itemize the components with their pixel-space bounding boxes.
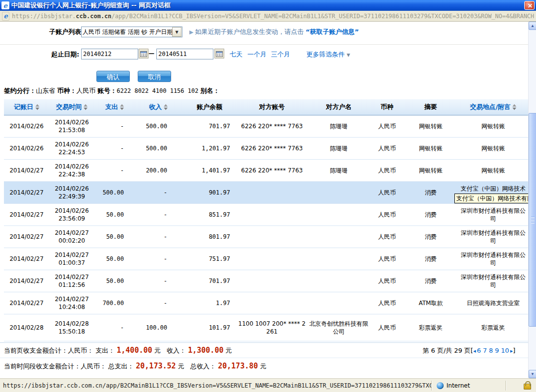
date-from-input[interactable]: [81, 49, 138, 59]
chevron-down-icon[interactable]: ▼: [172, 27, 181, 37]
cell-counterparty-name: 陈珊珊: [307, 138, 371, 160]
cell-currency: 人民币: [371, 160, 403, 182]
header-location-remark[interactable]: 交易地点/附言: [458, 99, 528, 115]
branch-value: 山东省: [36, 87, 55, 94]
cell-transaction-time: 2014/02/2710:24:08: [49, 292, 94, 314]
page-link-8[interactable]: 8: [489, 347, 493, 354]
cell-counterparty-name: [307, 248, 371, 270]
url-bar: e https://ibsbjstar.ccb.com.cn/app/B2CMa…: [0, 11, 536, 22]
cell-posting-date: 2014/02/28: [4, 314, 49, 341]
account-number-value: 6222 8022 4100 1156 102: [117, 87, 198, 94]
refresh-subaccount-link[interactable]: “获取子账户信息”: [306, 28, 359, 35]
cell-location-remark: 网银转账: [458, 138, 528, 160]
cell-outflow: 50.00: [94, 270, 135, 292]
period-summary-text: 当前时间段收支金额合计：人民币： 总支出： 20,173.52 元 总收入： 2…: [4, 362, 267, 371]
status-bar: https://ibsbjstar.ccb.com.cn/app/B2CMain…: [0, 378, 536, 392]
cell-inflow: -: [135, 248, 182, 270]
url-prefix: https://ibsbjstar.: [12, 13, 76, 20]
calendar-icon[interactable]: [214, 49, 224, 58]
page-link-6[interactable]: 6: [477, 347, 481, 354]
date-range-row: 起止日期: — 七天 一个月 三个月 更多筛选条件▼: [0, 48, 521, 60]
cell-counterparty-name: [307, 204, 371, 226]
header-outflow[interactable]: 支出: [94, 99, 135, 115]
cell-summary: 消费: [403, 226, 458, 248]
date-range-label: 起止日期:: [51, 50, 79, 59]
page-content: 子账户列表： 人民币 活期储蓄 活期 钞 开户日期：20111104 ▼ ▶如果…: [0, 22, 528, 378]
calendar-glyph: [140, 51, 147, 57]
table-row: 2014/02/272014/02/2710:24:08700.00-1.97人…: [4, 292, 528, 314]
cell-inflow: -: [135, 182, 182, 204]
page-link-9[interactable]: 9: [495, 347, 499, 354]
cell-inflow: -: [135, 204, 182, 226]
cell-transaction-time: 2014/02/2701:12:56: [49, 270, 94, 292]
calendar-icon[interactable]: [139, 49, 149, 58]
cell-transaction-time: 2014/02/2622:24:53: [49, 138, 94, 160]
cell-location-remark: 日照观海路支营业室: [458, 292, 528, 314]
cell-transaction-time: 2014/02/2700:02:20: [49, 226, 94, 248]
page-link-10[interactable]: 10: [501, 347, 509, 354]
period-summary-label: 当前时间段收支金额合计：人民币：: [4, 363, 106, 370]
cell-counterparty-name: 陈珊珊: [307, 160, 371, 182]
header-posting-date[interactable]: 记账日: [4, 99, 49, 115]
table-row: 2014/02/272014/02/2701:12:5650.00-701.97…: [4, 270, 528, 292]
lock-icon: [524, 384, 531, 390]
more-filters-link[interactable]: 更多筛选条件▼: [306, 50, 350, 59]
period-out-amount: 20,173.52: [136, 362, 176, 370]
subaccount-select[interactable]: 人民币 活期储蓄 活期 钞 开户日期：20111104 ▼: [81, 27, 182, 37]
status-security: [506, 381, 536, 391]
scroll-down-icon[interactable]: ▼: [529, 370, 536, 378]
cell-outflow: -: [94, 160, 135, 182]
cell-counterparty-name: [307, 292, 371, 314]
cell-location-remark: 深圳市财付通科技有限公司: [458, 248, 528, 270]
hint-arrow-icon: ▶: [189, 29, 193, 35]
confirm-button[interactable]: 确认: [96, 71, 130, 82]
window-title: 中国建设银行个人网上银行-账户明细查询 -- 网页对话框: [11, 1, 171, 10]
ie-dialog-icon: e: [1, 1, 9, 9]
page-summary-text: 当前页收支金额合计：人民币： 支出： 1,400.00 元 收入： 1,300.…: [4, 346, 232, 355]
ie-page-icon: e: [2, 12, 9, 21]
cell-counterparty-account: [237, 182, 307, 204]
cell-counterparty-account: 6226 220* **** 7763: [237, 160, 307, 182]
cancel-button[interactable]: 取消: [138, 71, 171, 82]
cell-transaction-time: 2014/02/2622:49:39: [49, 182, 94, 204]
page-link-7[interactable]: 7: [483, 347, 487, 354]
pagination-text: 第 6 页/共 29 页[: [422, 347, 473, 354]
cell-inflow: -: [135, 270, 182, 292]
period-in-amount: 20,173.80: [218, 362, 258, 370]
cell-counterparty-account: 6226 220* **** 7763: [237, 138, 307, 160]
prev-page-icon[interactable]: ◂: [473, 348, 476, 354]
cell-balance: 751.97: [182, 248, 237, 270]
quick-range-1month[interactable]: 一个月: [247, 50, 267, 59]
page-out-amount: 1,400.00: [117, 346, 152, 355]
header-counterparty-name: 对方户名: [307, 99, 371, 115]
close-icon[interactable]: ✕: [524, 1, 535, 10]
cell-posting-date: 2014/02/27: [4, 226, 49, 248]
header-transaction-time[interactable]: 交易时间: [49, 99, 94, 115]
cell-inflow: -: [135, 292, 182, 314]
quick-range-3months[interactable]: 三个月: [271, 50, 290, 59]
sort-icon: [84, 104, 88, 110]
quick-range-7days[interactable]: 七天: [230, 50, 242, 59]
cell-posting-date: 2014/02/27: [4, 160, 49, 182]
cell-posting-date: 2014/02/27: [4, 248, 49, 270]
header-inflow[interactable]: 收入: [135, 99, 182, 115]
table-row: 2014/02/262014/02/2621:53:08-500.00701.9…: [4, 115, 528, 138]
title-bar: e 中国建设银行个人网上银行-账户明细查询 -- 网页对话框 ✕: [0, 0, 536, 11]
cell-posting-date: 2014/02/27: [4, 270, 49, 292]
vertical-scrollbar[interactable]: ▲ ▼: [528, 22, 536, 378]
cell-summary: 消费: [403, 182, 458, 204]
scrollbar-thumb[interactable]: [529, 113, 536, 327]
cell-transaction-time: 2014/02/2622:42:38: [49, 160, 94, 182]
cell-currency: 人民币: [371, 270, 403, 292]
table-header-row: 记账日 交易时间 支出 收入 账户余额 对方账号 对方户名 币种 摘要 交易地点…: [4, 99, 528, 115]
cell-location-remark: 深圳市财付通科技有限公司: [458, 270, 528, 292]
currency-value: 人民币: [76, 87, 95, 94]
page-in-amount: 1,300.00: [188, 346, 223, 355]
sort-icon: [512, 104, 516, 110]
scroll-up-icon[interactable]: ▲: [529, 22, 536, 30]
status-url: https://ibsbjstar.ccb.com.cn/app/B2CMain…: [0, 381, 432, 391]
table-row: 2014/02/282014/02/2815:50:18-100.00101.9…: [4, 314, 528, 341]
date-to-input[interactable]: [156, 49, 213, 59]
cell-counterparty-name: [307, 182, 371, 204]
cell-posting-date: 2014/02/27: [4, 182, 49, 204]
